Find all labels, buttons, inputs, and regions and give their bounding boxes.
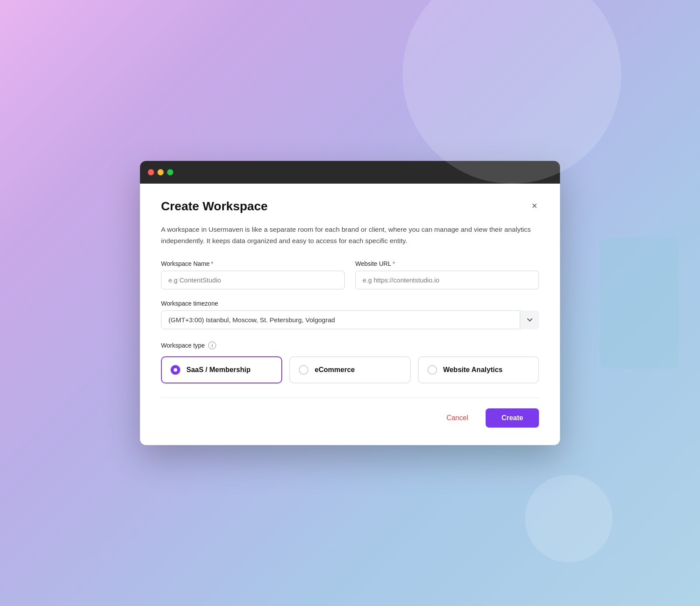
type-option-saas[interactable]: SaaS / Membership — [161, 356, 282, 383]
type-option-ecommerce[interactable]: eCommerce — [289, 356, 410, 383]
type-label-ecommerce: eCommerce — [315, 366, 355, 374]
timezone-label: Workspace timezone — [161, 300, 539, 307]
workspace-name-required: * — [211, 260, 213, 267]
workspace-type-info-icon[interactable]: i — [208, 341, 216, 349]
timezone-group: Workspace timezone (GMT+3:00) Istanbul, … — [161, 300, 539, 329]
workspace-name-input[interactable] — [161, 271, 345, 289]
name-url-row: Workspace Name* Website URL* — [161, 260, 539, 289]
website-url-group: Website URL* — [355, 260, 539, 289]
workspace-type-options: SaaS / Membership eCommerce Website Anal… — [161, 356, 539, 383]
type-label-saas: SaaS / Membership — [186, 366, 251, 374]
type-label-analytics: Website Analytics — [443, 366, 503, 374]
bg-circle-small — [525, 475, 612, 562]
radio-saas — [171, 365, 180, 375]
workspace-name-label: Workspace Name* — [161, 260, 345, 267]
create-workspace-window: Create Workspace × A workspace in Userma… — [140, 161, 560, 445]
minimize-traffic-light[interactable] — [158, 169, 164, 175]
cancel-button[interactable]: Cancel — [439, 411, 475, 425]
footer-actions: Cancel Create — [161, 408, 539, 428]
radio-analytics — [427, 365, 437, 375]
modal-title: Create Workspace — [161, 199, 268, 213]
timezone-select-wrapper: (GMT+3:00) Istanbul, Moscow, St. Petersb… — [161, 310, 539, 329]
website-url-label: Website URL* — [355, 260, 539, 267]
maximize-traffic-light[interactable] — [167, 169, 173, 175]
bg-rect — [599, 237, 678, 369]
create-button[interactable]: Create — [486, 408, 539, 428]
timezone-select[interactable]: (GMT+3:00) Istanbul, Moscow, St. Petersb… — [161, 310, 539, 329]
modal-description: A workspace in Usermaven is like a separ… — [161, 224, 539, 246]
website-url-input[interactable] — [355, 271, 539, 289]
footer-divider — [161, 397, 539, 398]
workspace-type-section: Workspace type i SaaS / Membership eComm… — [161, 341, 539, 383]
modal-header: Create Workspace × — [161, 199, 539, 213]
radio-dot-saas — [174, 368, 177, 372]
close-traffic-light[interactable] — [148, 169, 154, 175]
workspace-type-label: Workspace type i — [161, 341, 539, 349]
bg-circle-large — [402, 0, 621, 184]
close-button[interactable]: × — [530, 199, 539, 212]
type-option-analytics[interactable]: Website Analytics — [418, 356, 539, 383]
workspace-name-group: Workspace Name* — [161, 260, 345, 289]
radio-ecommerce — [299, 365, 308, 375]
website-url-required: * — [392, 260, 395, 267]
modal-body: Create Workspace × A workspace in Userma… — [140, 184, 560, 445]
